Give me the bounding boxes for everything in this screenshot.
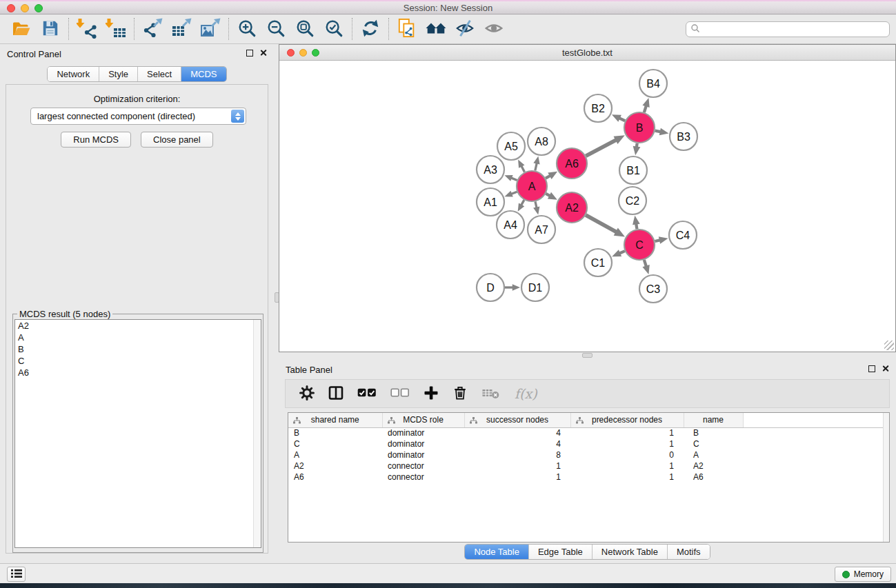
main-toolbar: [0, 14, 896, 44]
column-header[interactable]: MCDS role: [382, 413, 464, 427]
tab-style[interactable]: Style: [99, 67, 138, 81]
import-table-button[interactable]: [101, 16, 130, 42]
table-row[interactable]: Bdominator41B: [288, 427, 889, 438]
window-titlebar: Session: New Session: [0, 0, 896, 14]
table-row[interactable]: Cdominator41C: [288, 438, 889, 449]
graph-edge-arrowhead: [512, 284, 520, 290]
column-header[interactable]: name: [684, 413, 743, 427]
network-window-titlebar[interactable]: testGlobe.txt: [279, 45, 895, 61]
tab-select[interactable]: Select: [138, 67, 181, 81]
eye-slash-icon: [455, 19, 475, 40]
table-cell: dominator: [382, 427, 464, 438]
tab-edge-table[interactable]: Edge Table: [529, 545, 593, 559]
open-folder-icon: [11, 19, 32, 39]
table-panel-title: Table Panel: [286, 365, 332, 375]
gear-icon: [299, 385, 315, 403]
graph-node-label: D: [486, 282, 495, 294]
mcds-result-item[interactable]: A6: [15, 367, 261, 378]
mcds-result-item[interactable]: A: [15, 332, 261, 343]
graph-node-label: B: [636, 122, 644, 134]
delete-table-button: [480, 383, 501, 404]
control-panel-title: Control Panel: [7, 49, 61, 59]
deselect-all-button[interactable]: [389, 383, 411, 404]
column-header[interactable]: predecessor nodes: [570, 413, 684, 427]
run-mcds-button[interactable]: Run MCDS: [61, 132, 131, 148]
mcds-result-item[interactable]: A2: [15, 320, 261, 332]
mcds-result-item[interactable]: C: [15, 355, 261, 367]
table-row[interactable]: A6connector11A6: [288, 472, 889, 483]
export-table-button[interactable]: [167, 16, 196, 42]
show-column-button[interactable]: [327, 383, 345, 404]
close-panel-icon[interactable]: [259, 49, 267, 57]
float-panel-icon[interactable]: [246, 50, 253, 57]
duplicate-network-button[interactable]: [392, 16, 421, 42]
graph-edge-arrowhead: [659, 236, 668, 244]
graph-edge-arrowhead: [533, 206, 539, 214]
table-settings-button[interactable]: [298, 383, 316, 404]
graph-edge-arrowhead: [533, 156, 539, 165]
table-cell: A2: [288, 460, 382, 472]
zoom-out-icon: [266, 19, 286, 40]
graph-node-label: B2: [591, 103, 605, 114]
close-table-panel-icon[interactable]: [882, 365, 889, 372]
mcds-list-scrollbar[interactable]: [253, 320, 261, 547]
horizontal-splitter-handle[interactable]: [582, 353, 593, 358]
close-panel-button[interactable]: Close panel: [141, 132, 213, 148]
import-network-button[interactable]: [72, 16, 101, 42]
toolbar-separator: [352, 18, 352, 40]
open-file-button[interactable]: [7, 16, 36, 42]
tab-network[interactable]: Network: [48, 67, 99, 81]
table-row[interactable]: Adominator80A: [288, 449, 889, 460]
search-field[interactable]: [686, 21, 890, 37]
tab-motifs[interactable]: Motifs: [668, 545, 710, 559]
mcds-result-list: A2ABCA6: [14, 319, 261, 548]
zoom-fit-icon: [295, 19, 315, 40]
delete-columns-button[interactable]: [451, 383, 469, 404]
refresh-network-button[interactable]: [356, 16, 385, 42]
select-all-button[interactable]: [356, 383, 378, 404]
criterion-dropdown[interactable]: largest connected component (directed): [30, 108, 246, 125]
graph-node-label: C4: [676, 230, 690, 241]
network-canvas[interactable]: AA1A2A3A4A5A6A7A8BB1B2B3B4CC1C2C3C4DD1: [279, 61, 895, 352]
add-column-button[interactable]: [422, 383, 440, 404]
hide-graphics-details-button[interactable]: [450, 16, 479, 42]
function-builder-button: f(x): [515, 386, 537, 401]
zoom-out-button[interactable]: [261, 16, 290, 42]
table-scrollbar[interactable]: [883, 413, 889, 542]
mcds-panel: Optimization criterion: largest connecte…: [6, 84, 268, 554]
graph-node-label: B1: [626, 165, 640, 176]
tab-network-table[interactable]: Network Table: [593, 545, 668, 559]
graph-node-label: C: [635, 239, 644, 251]
graph-edge-A2-C[interactable]: [586, 215, 617, 232]
network-overview-button[interactable]: [421, 16, 450, 42]
search-input[interactable]: [700, 23, 889, 36]
toolbar-separator: [68, 18, 69, 40]
zoom-fit-button[interactable]: [290, 16, 319, 42]
plus-icon: [423, 385, 439, 403]
tab-mcds[interactable]: MCDS: [181, 67, 226, 81]
graph-node-label: A6: [565, 158, 579, 170]
column-header[interactable]: successor nodes: [464, 413, 570, 427]
show-graphics-details-button[interactable]: [479, 16, 508, 42]
save-session-button[interactable]: [36, 16, 65, 42]
table-row[interactable]: A2connector11A2: [288, 460, 889, 472]
zoom-in-button[interactable]: [232, 16, 261, 42]
tab-node-table[interactable]: Node Table: [465, 545, 529, 559]
table-cell: A6: [288, 472, 382, 483]
export-image-button[interactable]: [196, 16, 225, 42]
float-table-panel-icon[interactable]: [868, 365, 875, 372]
task-history-button[interactable]: [7, 567, 26, 582]
mcds-result-group: MCDS result (5 nodes) A2ABCA6: [12, 314, 263, 553]
memory-button[interactable]: Memory: [835, 567, 891, 582]
table-tabs: Node Table Edge Table Network Table Moti…: [279, 544, 896, 560]
resize-grip-icon[interactable]: [884, 341, 894, 350]
table-cell: 1: [464, 460, 570, 472]
graph-edge-A6-B[interactable]: [586, 139, 617, 156]
export-network-button[interactable]: [138, 16, 167, 42]
column-header[interactable]: shared name: [288, 413, 382, 427]
table-cell: 4: [464, 427, 570, 438]
mcds-result-item[interactable]: B: [15, 343, 261, 355]
graph-node-label: A5: [504, 141, 518, 152]
toolbar-separator: [388, 18, 389, 40]
zoom-selected-button[interactable]: [319, 16, 348, 42]
